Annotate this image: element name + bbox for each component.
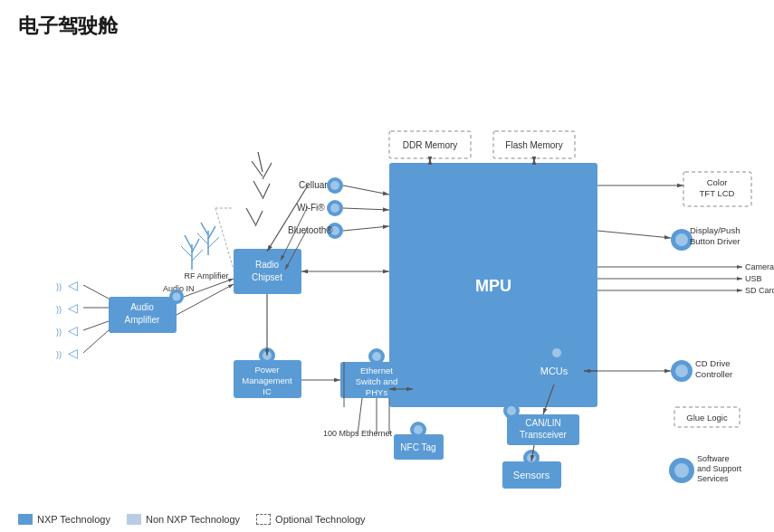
legend-nxp-box [18,514,33,525]
wifi-label: Wi-Fi® [297,203,325,213]
ethernet-circle-inner [372,352,381,361]
camera-label: Camera Input [745,262,774,271]
glue-label: Glue Logic [686,413,728,423]
radio-label2: Chipset [252,272,282,282]
nfc-label: NFC Tag [400,442,435,452]
cd-label2: Controller [695,369,732,379]
rf-ant-r2 [208,237,219,248]
sensors-label: Sensors [513,470,550,480]
diagram-svg: MPU DDR Memory Flash Memory Color TFT LC… [0,45,774,525]
ethernet-label1: Ethernet [360,366,393,375]
rf-ant-r1 [208,226,215,239]
rf-divider [215,208,234,270]
mcus-label: MCUs [540,366,569,376]
rf-ant2-l2 [181,246,192,257]
legend-optional-label: Optional Technology [275,514,365,525]
rf-ant2-l1 [185,235,192,249]
display-push-label2: Button Driver [690,236,740,246]
mcus-circle-inner [552,348,561,357]
software-inner [674,463,689,478]
rf-label: RF Amplifier [184,271,228,280]
rf-ant2-r2 [192,250,203,261]
rf-ant-l1 [201,223,208,235]
speaker3-waves: )) [56,328,62,337]
speaker1-line [83,285,109,299]
speaker2-waves: )) [56,305,62,314]
mpu-label: MPU [475,277,511,295]
speaker4-icon: ◁ [68,346,78,360]
software-label1: Software [697,454,730,463]
usb-label: USB [745,274,762,283]
tft-label1: Color [707,177,728,187]
display-push-label1: Display/Push [690,225,740,235]
wifi-circle-inner [330,204,339,213]
audio-amp-label1: Audio [130,302,154,312]
legend: NXP Technology Non NXP Technology Option… [18,514,366,525]
speaker1-icon: ◁ [68,278,78,292]
audio-amp-label2: Amplifier [125,315,161,325]
diagram-container: MPU DDR Memory Flash Memory Color TFT LC… [0,45,774,525]
speaker3-icon: ◁ [68,323,78,337]
display-push-inner [675,233,688,246]
cd-label1: CD Drive [695,358,731,368]
canlin-circle-inner [507,406,516,415]
cd-inner [675,365,688,377]
wifi-ant1 [263,184,270,199]
rf-ant2-r1 [192,239,199,252]
bt-ant2 [246,208,255,224]
pmic-label3: IC [263,386,272,396]
bt-mpu-line [343,226,389,231]
canlin-label1: CAN/LIN [525,418,560,428]
legend-non-nxp-label: Non NXP Technology [146,514,240,525]
ethernet-label3: PHYs [366,387,388,397]
radio-label1: Radio [255,260,280,270]
ethernet-label2: Switch and [356,376,397,386]
bt-label: Bluetooth® [288,225,333,235]
flash-label: Flash Memory [505,140,562,150]
tft-label2: TFT LCD [700,188,735,198]
legend-nxp: NXP Technology [18,514,110,525]
sdcard-label: SD Card [745,286,774,295]
software-label2: and Support [697,464,742,473]
speaker4-waves: )) [56,350,62,359]
celluar-label: Celluar [299,180,328,190]
speaker2-icon: ◁ [68,300,78,315]
canlin-label2: Transceiver [520,430,568,440]
software-label3: Services [697,474,729,483]
nfc-circle-inner [414,425,423,434]
legend-non-nxp-box [127,514,141,525]
bt-ant1 [255,211,263,226]
audio-in-circle-inner [173,293,181,301]
display-push-arrow [597,231,671,238]
celluar-ant3 [258,152,263,172]
wifi-mpu-line [343,208,389,210]
speaker3-line [83,321,109,330]
celluar-circle-inner [330,181,339,190]
ddr-label: DDR Memory [403,140,458,150]
radio-block [234,249,301,294]
pmic-label1: Power [255,365,280,375]
speaker4-line [83,330,109,353]
page-title: 电子驾驶舱 [0,0,774,45]
legend-nxp-label: NXP Technology [37,514,110,525]
celluar-mpu-line [343,185,389,195]
wifi-ant2 [253,181,263,197]
pmic-label2: Management [242,375,292,385]
legend-optional: Optional Technology [256,514,365,525]
celluar-ant1 [263,163,272,179]
legend-non-nxp: Non NXP Technology [127,514,240,525]
legend-optional-box [256,514,271,525]
speaker1-waves: )) [56,282,62,291]
